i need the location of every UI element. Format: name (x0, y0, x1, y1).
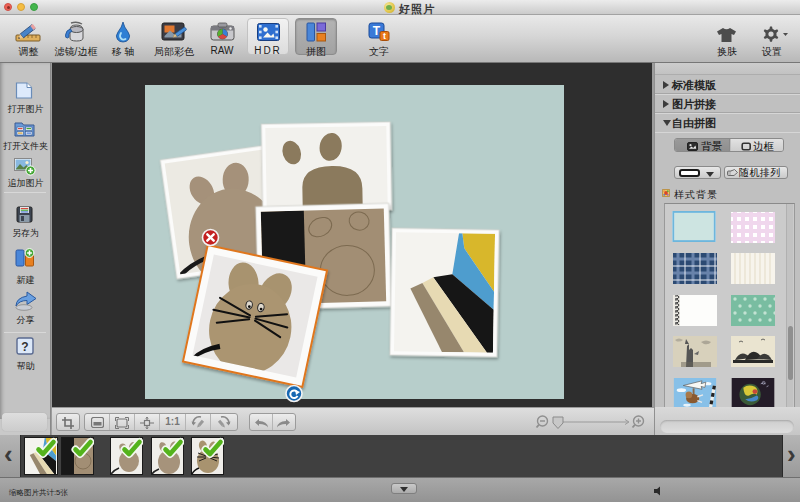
svg-text:t: t (383, 31, 386, 41)
svg-text:?: ? (21, 340, 28, 354)
